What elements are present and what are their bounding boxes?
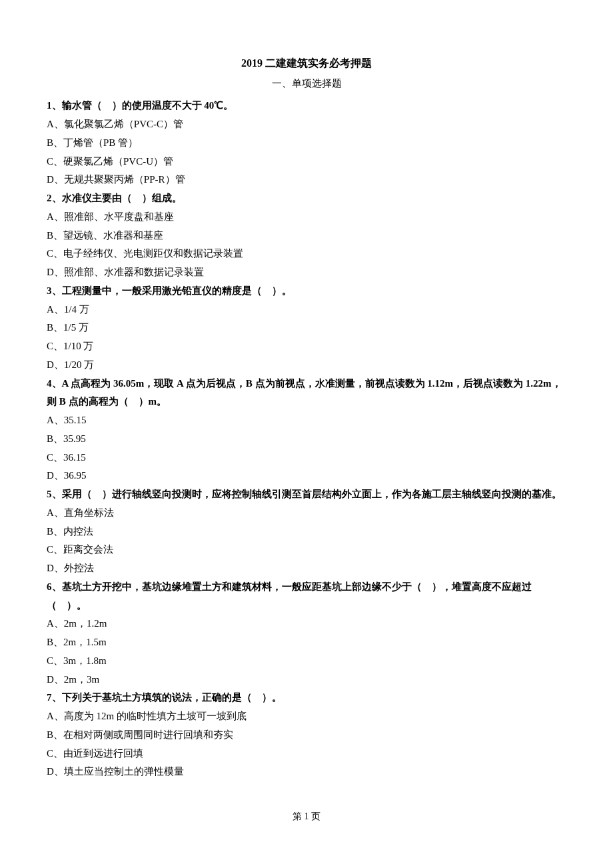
question-option: A、照准部、水平度盘和基座 <box>47 208 566 227</box>
question-option: D、1/20 万 <box>47 356 566 375</box>
question-option: C、距离交会法 <box>47 541 566 559</box>
question-option: D、填土应当控制土的弹性模量 <box>47 763 566 781</box>
question-option: D、外控法 <box>47 559 566 578</box>
question-stem: 2、水准仪主要由（ ）组成。 <box>47 189 566 208</box>
question-stem: 4、A 点高程为 36.05m，现取 A 点为后视点，B 点为前视点，水准测量，… <box>47 375 566 412</box>
question-option: A、35.15 <box>47 411 566 430</box>
question-option: D、照准部、水准器和数据记录装置 <box>47 263 566 282</box>
question-option: C、1/10 万 <box>47 337 566 356</box>
question-stem: 7、下列关于基坑土方填筑的说法，正确的是（ ）。 <box>47 689 566 707</box>
question-stem: 1、输水管（ ）的使用温度不大于 40℃。 <box>47 97 566 115</box>
question-option: A、高度为 12m 的临时性填方土坡可一坡到底 <box>47 707 566 726</box>
question-option: A、1/4 万 <box>47 301 566 319</box>
page-content: 2019 二建建筑实务必考押题 一、单项选择题 1、输水管（ ）的使用温度不大于… <box>0 0 613 852</box>
page-footer: 第 1 页 <box>47 808 566 825</box>
document-title: 2019 二建建筑实务必考押题 <box>47 53 566 73</box>
question-option: C、3m，1.8m <box>47 652 566 671</box>
question-option: A、2m，1.2m <box>47 615 566 633</box>
question-option: B、丁烯管（PB 管） <box>47 134 566 153</box>
question-option: C、36.15 <box>47 449 566 467</box>
question-option: C、硬聚氯乙烯（PVC-U）管 <box>47 153 566 171</box>
question-option: B、内控法 <box>47 523 566 541</box>
question-list: 1、输水管（ ）的使用温度不大于 40℃。A、氯化聚氯乙烯（PVC-C）管B、丁… <box>47 97 566 781</box>
question-option: B、望远镜、水准器和基座 <box>47 227 566 245</box>
question-option: C、电子经纬仪、光电测距仪和数据记录装置 <box>47 245 566 263</box>
question-stem: 3、工程测量中，一般采用激光铅直仪的精度是（ ）。 <box>47 282 566 301</box>
question-option: D、36.95 <box>47 467 566 485</box>
question-option: B、1/5 万 <box>47 319 566 337</box>
question-option: A、直角坐标法 <box>47 504 566 523</box>
question-option: B、在相对两侧或周围同时进行回填和夯实 <box>47 726 566 745</box>
question-option: A、氯化聚氯乙烯（PVC-C）管 <box>47 115 566 134</box>
question-option: D、2m，3m <box>47 671 566 689</box>
question-option: C、由近到远进行回填 <box>47 745 566 763</box>
question-stem: 6、基坑土方开挖中，基坑边缘堆置土方和建筑材料，一般应距基坑上部边缘不少于（ ）… <box>47 578 566 615</box>
section-heading: 一、单项选择题 <box>47 75 566 93</box>
question-option: B、2m，1.5m <box>47 633 566 652</box>
question-option: B、35.95 <box>47 430 566 449</box>
question-stem: 5、采用（ ）进行轴线竖向投测时，应将控制轴线引测至首层结构外立面上，作为各施工… <box>47 485 566 504</box>
question-option: D、无规共聚聚丙烯（PP-R）管 <box>47 171 566 189</box>
